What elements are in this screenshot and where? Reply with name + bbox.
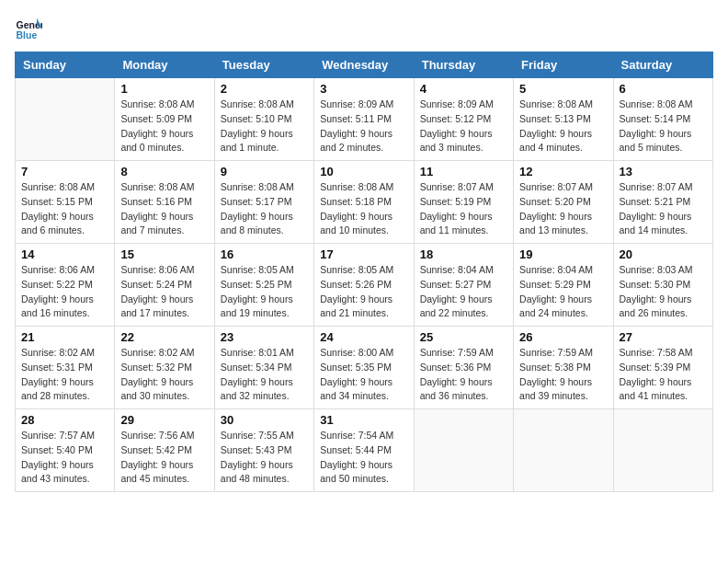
- calendar-cell: [16, 78, 115, 161]
- day-info: Sunrise: 8:01 AM Sunset: 5:34 PM Dayligh…: [221, 346, 308, 404]
- day-info: Sunrise: 8:09 AM Sunset: 5:12 PM Dayligh…: [420, 98, 507, 155]
- calendar-cell: 7Sunrise: 8:08 AM Sunset: 5:15 PM Daylig…: [16, 161, 115, 244]
- day-number: 7: [21, 165, 108, 178]
- calendar-cell: [414, 409, 513, 492]
- calendar-cell: [514, 409, 613, 492]
- page-header: General Blue: [15, 15, 713, 42]
- week-row-3: 21Sunrise: 8:02 AM Sunset: 5:31 PM Dayli…: [16, 327, 713, 409]
- day-info: Sunrise: 8:05 AM Sunset: 5:26 PM Dayligh…: [320, 263, 407, 321]
- calendar-cell: 9Sunrise: 8:08 AM Sunset: 5:17 PM Daylig…: [214, 161, 313, 244]
- logo: General Blue: [15, 15, 46, 42]
- calendar-cell: 29Sunrise: 7:56 AM Sunset: 5:42 PM Dayli…: [115, 409, 214, 492]
- calendar-cell: 19Sunrise: 8:04 AM Sunset: 5:29 PM Dayli…: [514, 244, 613, 327]
- day-number: 15: [120, 247, 208, 261]
- day-number: 28: [21, 413, 108, 427]
- day-number: 1: [120, 82, 208, 96]
- day-number: 4: [420, 82, 507, 96]
- day-number: 19: [519, 247, 607, 261]
- day-number: 29: [120, 413, 208, 427]
- day-number: 31: [320, 413, 407, 427]
- calendar-cell: 30Sunrise: 7:55 AM Sunset: 5:43 PM Dayli…: [214, 409, 313, 492]
- day-number: 14: [21, 247, 108, 261]
- day-info: Sunrise: 8:07 AM Sunset: 5:19 PM Dayligh…: [420, 180, 507, 238]
- day-number: 13: [620, 165, 707, 178]
- calendar-cell: 13Sunrise: 8:07 AM Sunset: 5:21 PM Dayli…: [613, 161, 712, 244]
- calendar-cell: 17Sunrise: 8:05 AM Sunset: 5:26 PM Dayli…: [314, 244, 414, 327]
- day-header-wednesday: Wednesday: [314, 52, 414, 78]
- day-info: Sunrise: 8:05 AM Sunset: 5:25 PM Dayligh…: [221, 263, 308, 321]
- logo-icon: General Blue: [15, 15, 42, 42]
- day-info: Sunrise: 8:00 AM Sunset: 5:35 PM Dayligh…: [320, 346, 407, 404]
- calendar-cell: 31Sunrise: 7:54 AM Sunset: 5:44 PM Dayli…: [314, 409, 414, 492]
- calendar-cell: 24Sunrise: 8:00 AM Sunset: 5:35 PM Dayli…: [314, 327, 414, 409]
- day-info: Sunrise: 7:58 AM Sunset: 5:39 PM Dayligh…: [620, 346, 707, 404]
- day-number: 27: [620, 330, 707, 344]
- day-info: Sunrise: 8:07 AM Sunset: 5:21 PM Dayligh…: [620, 180, 707, 238]
- day-info: Sunrise: 8:07 AM Sunset: 5:20 PM Dayligh…: [519, 180, 607, 238]
- day-header-thursday: Thursday: [414, 52, 513, 78]
- calendar-cell: 25Sunrise: 7:59 AM Sunset: 5:36 PM Dayli…: [414, 327, 513, 409]
- svg-text:Blue: Blue: [17, 29, 38, 40]
- day-number: 17: [320, 247, 407, 261]
- day-info: Sunrise: 8:08 AM Sunset: 5:13 PM Dayligh…: [519, 98, 607, 155]
- calendar-cell: 3Sunrise: 8:09 AM Sunset: 5:11 PM Daylig…: [314, 78, 414, 161]
- calendar-cell: 12Sunrise: 8:07 AM Sunset: 5:20 PM Dayli…: [514, 161, 613, 244]
- calendar-cell: 5Sunrise: 8:08 AM Sunset: 5:13 PM Daylig…: [514, 78, 613, 161]
- calendar-body: 1Sunrise: 8:08 AM Sunset: 5:09 PM Daylig…: [16, 78, 713, 492]
- calendar-cell: 11Sunrise: 8:07 AM Sunset: 5:19 PM Dayli…: [414, 161, 513, 244]
- calendar-cell: 4Sunrise: 8:09 AM Sunset: 5:12 PM Daylig…: [414, 78, 513, 161]
- calendar-cell: 20Sunrise: 8:03 AM Sunset: 5:30 PM Dayli…: [613, 244, 712, 327]
- calendar-cell: [613, 409, 712, 492]
- day-number: 12: [519, 165, 607, 178]
- day-number: 20: [620, 247, 707, 261]
- calendar-cell: 21Sunrise: 8:02 AM Sunset: 5:31 PM Dayli…: [16, 327, 115, 409]
- day-info: Sunrise: 8:03 AM Sunset: 5:30 PM Dayligh…: [620, 263, 707, 321]
- day-info: Sunrise: 7:55 AM Sunset: 5:43 PM Dayligh…: [221, 429, 308, 487]
- day-number: 24: [320, 330, 407, 344]
- calendar-cell: 26Sunrise: 7:59 AM Sunset: 5:38 PM Dayli…: [514, 327, 613, 409]
- day-number: 2: [221, 82, 308, 96]
- calendar-cell: 23Sunrise: 8:01 AM Sunset: 5:34 PM Dayli…: [214, 327, 313, 409]
- calendar-cell: 1Sunrise: 8:08 AM Sunset: 5:09 PM Daylig…: [115, 78, 214, 161]
- calendar-cell: 22Sunrise: 8:02 AM Sunset: 5:32 PM Dayli…: [115, 327, 214, 409]
- day-info: Sunrise: 8:06 AM Sunset: 5:24 PM Dayligh…: [120, 263, 208, 321]
- day-info: Sunrise: 7:59 AM Sunset: 5:36 PM Dayligh…: [420, 346, 507, 404]
- calendar-cell: 15Sunrise: 8:06 AM Sunset: 5:24 PM Dayli…: [115, 244, 214, 327]
- day-info: Sunrise: 8:08 AM Sunset: 5:09 PM Dayligh…: [120, 98, 208, 155]
- week-row-0: 1Sunrise: 8:08 AM Sunset: 5:09 PM Daylig…: [16, 78, 713, 161]
- calendar-cell: 2Sunrise: 8:08 AM Sunset: 5:10 PM Daylig…: [214, 78, 313, 161]
- week-row-2: 14Sunrise: 8:06 AM Sunset: 5:22 PM Dayli…: [16, 244, 713, 327]
- week-row-4: 28Sunrise: 7:57 AM Sunset: 5:40 PM Dayli…: [16, 409, 713, 492]
- day-header-friday: Friday: [514, 52, 613, 78]
- calendar-header: SundayMondayTuesdayWednesdayThursdayFrid…: [16, 52, 713, 78]
- calendar-cell: 28Sunrise: 7:57 AM Sunset: 5:40 PM Dayli…: [16, 409, 115, 492]
- calendar-cell: 6Sunrise: 8:08 AM Sunset: 5:14 PM Daylig…: [613, 78, 712, 161]
- day-number: 22: [120, 330, 208, 344]
- day-info: Sunrise: 8:08 AM Sunset: 5:16 PM Dayligh…: [120, 180, 208, 238]
- day-header-monday: Monday: [115, 52, 214, 78]
- day-info: Sunrise: 8:04 AM Sunset: 5:29 PM Dayligh…: [519, 263, 607, 321]
- day-info: Sunrise: 7:59 AM Sunset: 5:38 PM Dayligh…: [519, 346, 607, 404]
- day-info: Sunrise: 8:06 AM Sunset: 5:22 PM Dayligh…: [21, 263, 108, 321]
- day-number: 23: [221, 330, 308, 344]
- day-info: Sunrise: 8:08 AM Sunset: 5:17 PM Dayligh…: [221, 180, 308, 238]
- day-number: 8: [120, 165, 208, 178]
- day-info: Sunrise: 7:54 AM Sunset: 5:44 PM Dayligh…: [320, 429, 407, 487]
- calendar-cell: 14Sunrise: 8:06 AM Sunset: 5:22 PM Dayli…: [16, 244, 115, 327]
- day-number: 3: [320, 82, 407, 96]
- day-number: 18: [420, 247, 507, 261]
- calendar-table: SundayMondayTuesdayWednesdayThursdayFrid…: [15, 52, 713, 492]
- day-info: Sunrise: 8:08 AM Sunset: 5:15 PM Dayligh…: [21, 180, 108, 238]
- day-number: 9: [221, 165, 308, 178]
- day-number: 10: [320, 165, 407, 178]
- day-info: Sunrise: 7:57 AM Sunset: 5:40 PM Dayligh…: [21, 429, 108, 487]
- calendar-cell: 8Sunrise: 8:08 AM Sunset: 5:16 PM Daylig…: [115, 161, 214, 244]
- calendar-cell: 18Sunrise: 8:04 AM Sunset: 5:27 PM Dayli…: [414, 244, 513, 327]
- day-number: 6: [620, 82, 707, 96]
- day-info: Sunrise: 8:04 AM Sunset: 5:27 PM Dayligh…: [420, 263, 507, 321]
- day-info: Sunrise: 8:09 AM Sunset: 5:11 PM Dayligh…: [320, 98, 407, 155]
- day-number: 21: [21, 330, 108, 344]
- day-number: 25: [420, 330, 507, 344]
- day-number: 30: [221, 413, 308, 427]
- day-number: 11: [420, 165, 507, 178]
